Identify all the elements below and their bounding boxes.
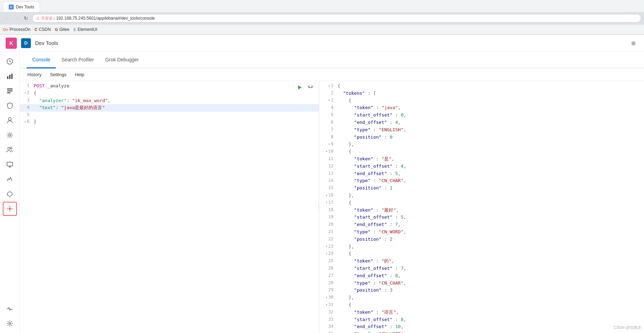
tab-console[interactable]: Console [27,52,56,68]
response-editor[interactable]: ▾1 { 2 "tokens" : [ ▾3 { 4 [319,81,644,333]
browser-tab[interactable]: D Dev Tools [3,1,40,12]
resp-num-12: 12 [321,163,337,169]
resp-arrow-31[interactable]: ▾ [326,302,328,308]
code-line-5: 5 [20,112,319,118]
sidebar-icon-discover[interactable] [3,84,17,98]
resp-content-4: "token" : "java", [337,104,643,112]
resp-num-34: 34 [321,323,337,330]
line-num-4: 4 [21,104,34,111]
line-num-6: ▾6 [21,118,34,125]
resp-num-16: ▾16 [321,192,337,199]
divider-dot-3 [318,209,320,210]
tab-grok-debugger[interactable]: Grok Debugger [100,52,145,68]
resp-num-25: 25 [321,258,337,264]
bookmark-elementui[interactable]: E ElementUI [74,27,97,32]
resp-num-3: ▾3 [321,97,337,104]
resp-arrow-24[interactable]: ▾ [326,251,328,257]
line-num-1: 1 [21,82,34,89]
resp-content-27: "end_offset" : 8, [337,272,643,280]
resp-num-29: 29 [321,287,337,293]
resp-arrow-16[interactable]: ▾ [326,193,328,198]
resp-num-21: 21 [321,228,337,235]
code-line-4: 4 "text": "java是最好的语言" [20,104,319,112]
resp-line-8: 8 "position" : 0 [319,134,644,141]
resp-arrow-9[interactable]: ▾ [328,141,330,147]
svg-point-10 [10,147,12,149]
sidebar-icon-ml[interactable] [3,187,17,201]
resp-num-20: 20 [321,221,337,228]
sidebar-icon-settings[interactable] [3,317,17,331]
sidebar-icon-clock[interactable] [3,54,17,68]
resp-line-33: 33 "start_offset" : 8, [319,316,644,324]
sidebar-icon-apm[interactable] [3,172,17,186]
resp-line-31: ▾31 { [319,301,644,309]
resp-arrow-10[interactable]: ▾ [326,149,328,154]
security-icon: ⚠ [36,16,40,21]
gitee-icon: G [55,27,58,32]
sidebar [0,52,20,333]
grid-icon[interactable]: ⊞ [629,38,638,48]
resp-content-13: "end_offset" : 5, [337,170,643,178]
tab-search-profiler[interactable]: Search Profiler [56,52,100,68]
kibana-logo: K [6,38,17,49]
resp-line-28: 28 "type" : "CN_CHAR", [319,280,644,287]
request-editor[interactable]: 1 POST _analyze ▾2 { 3 "analyzer": "ik_m… [20,81,319,333]
bookmark-csdn[interactable]: C CSDN [35,27,51,32]
resp-line-6: 6 "end_offset" : 4, [319,119,644,126]
bookmark-processon[interactable]: On ProcessOn [3,27,31,32]
resp-content-29: "position" : 3 [337,287,643,294]
copy-curl-button[interactable] [306,83,315,92]
line-content-6: } [34,118,317,126]
sidebar-icon-monitor[interactable] [3,158,17,172]
line-num-5: 5 [21,112,34,118]
resp-num-32: 32 [321,309,337,315]
run-button[interactable] [296,83,304,92]
settings-button[interactable]: Settings [48,71,68,79]
resp-line-20: 20 "end_offset" : 7, [319,221,644,228]
resp-num-28: 28 [321,280,337,286]
resp-line-22: 22 "position" : 2 [319,236,644,243]
bookmark-label: CSDN [39,27,51,32]
sidebar-icon-dashboard[interactable] [3,69,17,83]
resp-arrow-30[interactable]: ▾ [326,295,328,300]
resp-line-32: 32 "token" : "语言", [319,309,644,316]
resp-content-11: "token" : "是", [337,155,643,163]
browser-chrome: D Dev Tools ← → ↻ ⚠ 不安全 | 192.168.75.245… [0,0,644,35]
collapse-arrow-2[interactable]: ▾ [24,90,26,96]
resp-arrow-17[interactable]: ▾ [326,200,328,205]
back-button[interactable]: ← [3,15,10,22]
resp-num-8: 8 [321,134,337,140]
resp-content-34: "end_offset" : 10, [337,323,643,331]
resp-line-29: 29 "position" : 3 [319,287,644,294]
resp-content-25: "token" : "的", [337,258,643,265]
watermark: CSDN @忱微凉 [614,325,641,330]
resp-line-30: ▾30 }, [319,294,644,301]
sidebar-icon-config[interactable] [3,128,17,142]
resp-arrow-3[interactable]: ▾ [328,98,330,103]
resp-line-12: 12 "start_offset" : 4, [319,163,644,170]
resp-line-4: 4 "token" : "java", [319,104,644,112]
sidebar-icon-heartbeat[interactable] [3,302,17,316]
address-bar[interactable]: ⚠ 不安全 | 192.168.75.245:5601/app/kibana#/… [32,14,641,22]
resp-num-4: 4 [321,104,337,111]
sidebar-icon-people[interactable] [3,143,17,157]
resp-line-21: 21 "type" : "CN_WORD", [319,228,644,236]
resp-arrow-23[interactable]: ▾ [326,244,328,249]
bookmark-gitee[interactable]: G Gitee [55,27,69,32]
reload-button[interactable]: ↻ [22,15,29,22]
collapse-arrow-6[interactable]: ▾ [24,119,26,125]
sidebar-icon-devtools[interactable] [3,202,17,216]
help-button[interactable]: Help [73,71,86,79]
resp-arrow-1[interactable]: ▾ [328,83,330,89]
app-header: K D Dev Tools ⊞ [0,35,644,52]
resp-line-7: 7 "type" : "ENGLISH", [319,126,644,134]
sidebar-icon-shield[interactable] [3,99,17,113]
history-button[interactable]: History [25,71,43,79]
sidebar-icon-person[interactable] [3,113,17,127]
address-url: 192.168.75.245:5601/app/kibana#/dev_tool… [56,16,155,21]
bookmark-label: ProcessOn [9,27,30,32]
resp-num-14: 14 [321,177,337,184]
forward-button[interactable]: → [13,15,20,22]
pane-divider[interactable] [317,200,319,214]
resp-line-9: ▾9 }, [319,141,644,148]
